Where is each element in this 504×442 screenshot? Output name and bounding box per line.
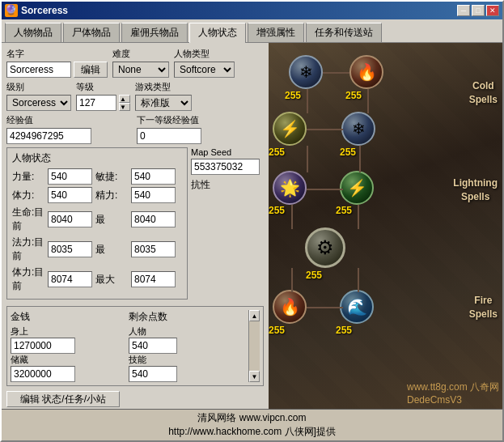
grade-up-button[interactable]: ▲ bbox=[119, 95, 130, 103]
edit-state-button[interactable]: 编辑 状态/任务/小站 bbox=[6, 391, 120, 407]
minimize-button[interactable]: ─ bbox=[457, 5, 470, 16]
hp-label: 生命:目前 bbox=[12, 206, 44, 233]
scroll-up-arrow[interactable]: ▲ bbox=[249, 310, 260, 321]
skill-count-7: 255 bbox=[306, 270, 322, 281]
scrollbar[interactable]: ▲ ▼ bbox=[248, 310, 260, 382]
hp-row: 生命:目前 最 bbox=[12, 206, 182, 233]
right-panel: Cold Spells Lightning Spells Fire Spells… bbox=[269, 43, 502, 409]
difficulty-select[interactable]: None Normal Nightmare Hell bbox=[112, 62, 169, 78]
skill-points-input[interactable] bbox=[129, 366, 177, 382]
hp-max-input[interactable] bbox=[131, 211, 176, 227]
stored-input[interactable] bbox=[11, 366, 75, 382]
on-body-input[interactable] bbox=[11, 338, 75, 354]
connector-2-4 bbox=[367, 89, 369, 113]
next-exp-group: 下一等级经验值 bbox=[137, 114, 264, 144]
footer-line1: 清风网络 www.vipcn.com bbox=[197, 411, 306, 425]
grade-field-row: ▲ ▼ bbox=[76, 95, 130, 111]
skill-gem-1[interactable]: ❄ bbox=[289, 55, 323, 89]
map-seed-input[interactable] bbox=[191, 159, 260, 175]
skill-count-6: 255 bbox=[336, 205, 352, 216]
tab-char-state[interactable]: 人物状态 bbox=[189, 23, 246, 43]
strength-input[interactable] bbox=[48, 168, 92, 185]
char-points-input[interactable] bbox=[129, 338, 177, 354]
skill-gem-6[interactable]: ⚡ bbox=[340, 171, 374, 205]
tab-enhance[interactable]: 增强属性 bbox=[248, 23, 304, 42]
game-type-select[interactable]: 标准版 bbox=[135, 95, 192, 111]
exp-section: 经验值 下一等级经验值 bbox=[6, 114, 264, 144]
connector-5-7 bbox=[291, 205, 293, 229]
exp-label: 经验值 bbox=[6, 114, 133, 126]
cold-spells-label: Cold Spells bbox=[469, 79, 498, 107]
skill-gem-6-icon: ⚡ bbox=[340, 171, 374, 205]
char-type-group: 人物类型 Softcore Hardcore bbox=[174, 48, 235, 78]
title-bar: 🔮 Sorceress ─ □ ✕ bbox=[2, 2, 502, 19]
main-window: 🔮 Sorceress ─ □ ✕ 人物物品 尸体物品 雇佣兵物品 人物状态 增… bbox=[0, 0, 504, 442]
char-type-select[interactable]: Softcore Hardcore bbox=[174, 62, 235, 78]
h-connector-3-4 bbox=[307, 129, 343, 130]
stamina-current-input[interactable] bbox=[48, 271, 92, 287]
level-label: 级别 bbox=[6, 81, 71, 93]
close-button[interactable]: ✕ bbox=[486, 5, 499, 16]
skill-gem-3[interactable]: ⚡ bbox=[273, 112, 307, 146]
skill-count-4: 255 bbox=[340, 147, 356, 158]
skill-gem-7[interactable]: ⚙ bbox=[305, 227, 345, 268]
vitality-input[interactable] bbox=[48, 187, 92, 203]
grade-input[interactable] bbox=[76, 95, 116, 111]
skill-gem-9[interactable]: 🌊 bbox=[340, 290, 374, 324]
energy-label: 精力: bbox=[95, 189, 128, 202]
skill-gem-4[interactable]: ❄ bbox=[341, 112, 375, 146]
bottom-button-area: 编辑 状态/任务/小站 bbox=[6, 391, 264, 407]
char-type-label: 人物类型 bbox=[174, 48, 235, 60]
connector-4-6 bbox=[359, 146, 361, 172]
hp-current-input[interactable] bbox=[48, 211, 92, 227]
grade-down-button[interactable]: ▼ bbox=[119, 103, 130, 111]
stamina-label: 体力:目前 bbox=[12, 266, 44, 293]
next-exp-label: 下一等级经验值 bbox=[137, 114, 264, 126]
skill-count-5: 255 bbox=[269, 205, 285, 216]
vitality-label: 体力: bbox=[12, 189, 44, 202]
skill-count-8: 255 bbox=[269, 325, 285, 336]
difficulty-group: 难度 None Normal Nightmare Hell bbox=[112, 48, 169, 78]
skill-gem-2[interactable]: 🔥 bbox=[349, 55, 383, 89]
fire-spells-label: Fire Spells bbox=[469, 294, 498, 321]
money-section: 金钱 身上 储藏 剩余点数 人物 技能 ▲ ▼ bbox=[6, 306, 264, 386]
skill-gem-5[interactable]: 🌟 bbox=[273, 171, 307, 205]
skill-count-1: 255 bbox=[285, 90, 301, 101]
scroll-down-arrow[interactable]: ▼ bbox=[249, 371, 260, 382]
texture-overlay bbox=[269, 43, 502, 409]
maximize-button[interactable]: □ bbox=[472, 5, 485, 16]
mana-row: 法力:目前 最 bbox=[12, 236, 182, 263]
exp-input[interactable] bbox=[6, 128, 91, 144]
lightning-spells-label: Lightning Spells bbox=[453, 176, 498, 204]
connector-6-7 bbox=[358, 205, 359, 229]
energy-input[interactable] bbox=[131, 187, 176, 203]
tab-items[interactable]: 人物物品 bbox=[5, 23, 61, 42]
mana-max-input[interactable] bbox=[131, 241, 176, 257]
level-select[interactable]: Sorceress bbox=[6, 95, 71, 111]
connector-7-9 bbox=[358, 268, 359, 292]
skill-gem-1-icon: ❄ bbox=[289, 55, 323, 89]
dexterity-input[interactable] bbox=[131, 168, 176, 185]
stats-section: 人物状态 力量: 敏捷: 体力: 精力: 生命:目前 bbox=[6, 147, 188, 300]
tab-merc[interactable]: 雇佣兵物品 bbox=[121, 23, 188, 42]
skill-gem-8-icon: 🔥 bbox=[273, 290, 307, 324]
name-difficulty-row: 名字 编辑 难度 None Normal Nightmare Hell bbox=[6, 48, 264, 78]
skill-gem-8[interactable]: 🔥 bbox=[273, 290, 307, 324]
edit-name-button[interactable]: 编辑 bbox=[74, 62, 108, 78]
mana-current-input[interactable] bbox=[48, 241, 92, 257]
stamina-row: 体力:目前 最大 bbox=[12, 266, 182, 293]
stamina-max-input[interactable] bbox=[131, 271, 176, 287]
points-col: 剩余点数 人物 技能 bbox=[129, 310, 244, 382]
difficulty-label: 难度 bbox=[112, 48, 169, 60]
money-title: 金钱 bbox=[11, 310, 125, 324]
tab-quests[interactable]: 任务和传送站 bbox=[306, 23, 382, 42]
watermark: www.tt8g.com 八奇网 DedeCmsV3 bbox=[407, 380, 499, 406]
map-seed-label: Map Seed bbox=[191, 147, 264, 157]
skill-count-9: 255 bbox=[336, 325, 352, 336]
connector-1-3 bbox=[307, 89, 308, 113]
skill-gem-7-icon: ⚙ bbox=[305, 227, 345, 268]
tab-corpse[interactable]: 尸体物品 bbox=[63, 23, 120, 42]
next-exp-input[interactable] bbox=[137, 128, 201, 144]
h-connector-1-2 bbox=[323, 72, 349, 74]
name-input[interactable] bbox=[6, 62, 71, 78]
